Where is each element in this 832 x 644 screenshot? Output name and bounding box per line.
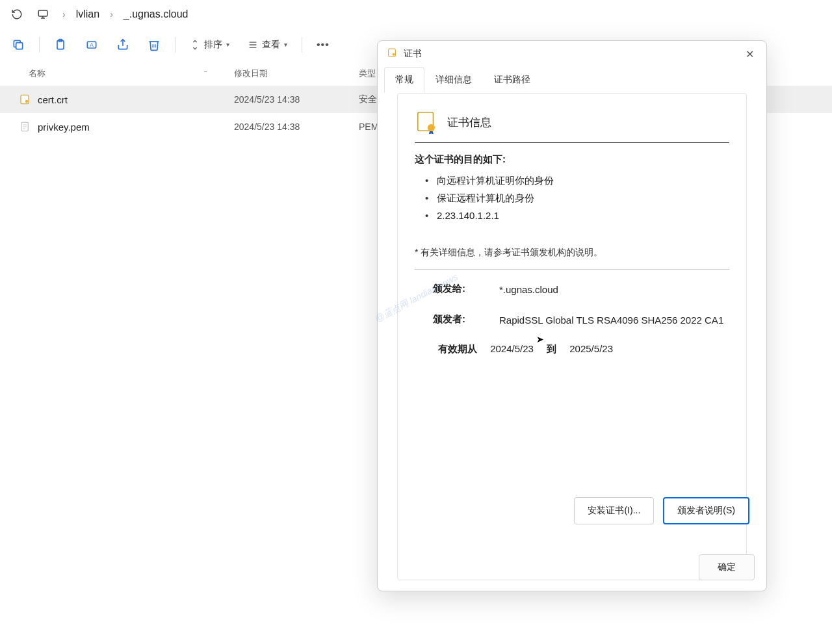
share-icon[interactable] — [110, 32, 136, 58]
certificate-dialog: 证书 ✕ 常规 详细信息 证书路径 证书信息 这个证书的目的如下: 向远程计算机… — [377, 40, 767, 591]
svg-text:A: A — [90, 42, 94, 48]
divider — [415, 142, 729, 143]
refresh-icon[interactable] — [8, 5, 26, 23]
separator — [302, 37, 302, 53]
text-file-icon — [18, 120, 31, 133]
file-date: 2024/5/23 14:38 — [221, 122, 351, 132]
svg-point-19 — [393, 53, 395, 56]
copy-icon[interactable] — [5, 32, 31, 58]
svg-point-13 — [25, 100, 29, 103]
chevron-down-icon: ▾ — [226, 41, 229, 48]
cert-note: * 有关详细信息，请参考证书颁发机构的说明。 — [415, 247, 729, 259]
separator — [39, 37, 40, 53]
monitor-icon[interactable] — [34, 5, 52, 23]
certificate-icon — [387, 47, 397, 60]
more-button[interactable]: ••• — [310, 35, 336, 55]
tab-details[interactable]: 详细信息 — [424, 67, 483, 93]
cert-purpose-heading: 这个证书的目的如下: — [415, 153, 729, 166]
svg-rect-0 — [38, 10, 47, 16]
close-icon[interactable]: ✕ — [742, 46, 757, 62]
column-date[interactable]: 修改日期 — [221, 68, 351, 79]
sort-label: 排序 — [204, 39, 222, 51]
separator — [175, 37, 176, 53]
breadcrumb-current[interactable]: _.ugnas.cloud — [124, 8, 188, 20]
cert-issued-by: 颁发者: RapidSSL Global TLS RSA4096 SHA256 … — [415, 313, 729, 328]
divider — [415, 269, 729, 270]
breadcrumb-parent[interactable]: lvlian — [76, 8, 99, 20]
cert-info-title: 证书信息 — [447, 115, 491, 130]
cert-action-buttons: 安装证书(I)... 颁发者说明(S) — [574, 497, 749, 524]
ok-button[interactable]: 确定 — [699, 554, 755, 580]
sort-button[interactable]: 排序 ▾ — [183, 35, 236, 55]
paste-icon[interactable] — [47, 32, 73, 58]
file-name: cert.crt — [38, 94, 68, 105]
delete-icon[interactable] — [141, 32, 167, 58]
certificate-file-icon — [18, 93, 31, 106]
install-cert-button[interactable]: 安装证书(I)... — [574, 497, 654, 524]
dialog-title: 证书 — [404, 48, 735, 60]
cert-purpose-item: 2.23.140.1.2.1 — [437, 210, 729, 221]
chevron-right-icon: › — [60, 9, 68, 19]
svg-rect-3 — [16, 42, 23, 49]
file-name: privkey.pem — [38, 122, 90, 133]
cert-purpose-item: 向远程计算机证明你的身份 — [437, 175, 729, 187]
chevron-right-icon: › — [107, 9, 116, 19]
certificate-large-icon — [415, 109, 439, 136]
tab-general[interactable]: 常规 — [384, 67, 424, 93]
issuer-statement-button[interactable]: 颁发者说明(S) — [663, 497, 749, 524]
cert-validity: 有效期从 2024/5/23 到 2025/5/23 — [433, 343, 729, 355]
file-date: 2024/5/23 14:38 — [221, 94, 351, 105]
cert-purpose-list: 向远程计算机证明你的身份 保证远程计算机的身份 2.23.140.1.2.1 — [415, 175, 729, 221]
dialog-title-bar: 证书 ✕ — [378, 41, 766, 67]
cert-purpose-item: 保证远程计算机的身份 — [437, 192, 729, 205]
cert-issued-to: 颁发给: *.ugnas.cloud — [415, 283, 729, 298]
view-button[interactable]: 查看 ▾ — [241, 35, 294, 55]
tab-path[interactable]: 证书路径 — [483, 67, 541, 93]
view-label: 查看 — [262, 39, 280, 51]
breadcrumb-bar: › lvlian › _.ugnas.cloud — [0, 0, 832, 29]
svg-point-21 — [428, 124, 435, 131]
sort-indicator-icon: ⌃ — [203, 70, 208, 77]
column-name[interactable]: 名称 ⌃ — [0, 68, 221, 79]
cert-tabs: 常规 详细信息 证书路径 — [378, 67, 766, 93]
rename-icon[interactable]: A — [79, 32, 105, 58]
chevron-down-icon: ▾ — [284, 41, 287, 48]
